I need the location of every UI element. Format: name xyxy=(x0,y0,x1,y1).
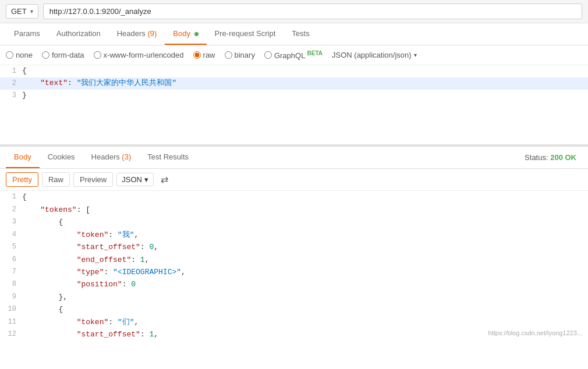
tab-body[interactable]: Body xyxy=(165,23,206,45)
response-format-row: Pretty Raw Preview JSON ▾ ⇄ xyxy=(0,169,588,191)
option-graphql[interactable]: GraphQL BETA xyxy=(264,50,323,60)
method-label: GET xyxy=(11,7,27,16)
url-bar: GET ▾ xyxy=(0,0,588,23)
tab-authorization[interactable]: Authorization xyxy=(48,23,109,45)
resp-line-6: 6 "end_offset": 1, xyxy=(0,254,588,266)
raw-button[interactable]: Raw xyxy=(42,172,70,187)
pretty-button[interactable]: Pretty xyxy=(6,172,38,187)
resp-line-11: 11 "token": "们", xyxy=(0,316,588,328)
request-body-editor[interactable]: 1 { 2 "text": "我们大家的中华人民共和国" 3 } xyxy=(0,65,588,147)
tab-params[interactable]: Params xyxy=(6,23,48,45)
resp-line-8: 8 "position": 0 xyxy=(0,278,588,290)
option-urlencoded[interactable]: x-www-form-urlencoded xyxy=(94,51,184,59)
resp-line-13: 13 "end_offset": 2, xyxy=(0,341,588,343)
resp-line-2: 2 "tokens": [ xyxy=(0,204,588,216)
body-options: none form-data x-www-form-urlencoded raw… xyxy=(0,45,588,65)
resp-line-10: 10 { xyxy=(0,303,588,315)
request-tabs: Params Authorization Headers (9) Body Pr… xyxy=(0,23,588,45)
json-type-select[interactable]: JSON (application/json) ▾ xyxy=(332,51,417,59)
resp-tab-headers[interactable]: Headers (3) xyxy=(83,147,140,168)
option-none[interactable]: none xyxy=(6,51,33,59)
tab-headers[interactable]: Headers (9) xyxy=(109,23,165,45)
resp-line-4: 4 "token": "我", xyxy=(0,229,588,241)
resp-tab-cookies[interactable]: Cookies xyxy=(40,147,83,168)
url-input[interactable] xyxy=(43,3,582,19)
resp-line-7: 7 "type": "<IDEOGRAPHIC>", xyxy=(0,266,588,278)
option-form-data[interactable]: form-data xyxy=(42,51,84,59)
tab-pre-request-script[interactable]: Pre-request Script xyxy=(207,23,284,45)
response-code: 1 { 2 "tokens": [ 3 { 4 "token": "我", 5 … xyxy=(0,191,588,342)
resp-tab-test-results[interactable]: Test Results xyxy=(139,147,197,168)
wrap-icon[interactable]: ⇄ xyxy=(161,174,168,185)
resp-line-9: 9 }, xyxy=(0,291,588,303)
req-line-3: 3 } xyxy=(0,90,588,102)
tab-tests[interactable]: Tests xyxy=(284,23,317,45)
format-type-select[interactable]: JSON ▾ xyxy=(116,173,154,186)
response-tabs: Body Cookies Headers (3) Test Results St… xyxy=(0,147,588,169)
resp-line-1: 1 { xyxy=(0,191,588,203)
resp-line-12: 12 "start_offset": 1, xyxy=(0,328,588,340)
response-section: Body Cookies Headers (3) Test Results St… xyxy=(0,147,588,342)
format-select-arrow-icon: ▾ xyxy=(144,175,148,184)
preview-button[interactable]: Preview xyxy=(73,172,113,187)
req-line-1: 1 { xyxy=(0,65,588,77)
method-arrow-icon: ▾ xyxy=(30,8,33,15)
response-status: Status: 200 OK xyxy=(525,153,582,162)
option-binary[interactable]: binary xyxy=(225,51,255,59)
resp-line-3: 3 { xyxy=(0,216,588,228)
method-select[interactable]: GET ▾ xyxy=(6,4,38,19)
json-select-arrow-icon: ▾ xyxy=(414,52,417,58)
resp-line-5: 5 "start_offset": 0, xyxy=(0,241,588,253)
req-line-2: 2 "text": "我们大家的中华人民共和国" xyxy=(0,77,588,90)
resp-tab-body[interactable]: Body xyxy=(6,147,40,168)
option-raw[interactable]: raw xyxy=(193,51,215,59)
